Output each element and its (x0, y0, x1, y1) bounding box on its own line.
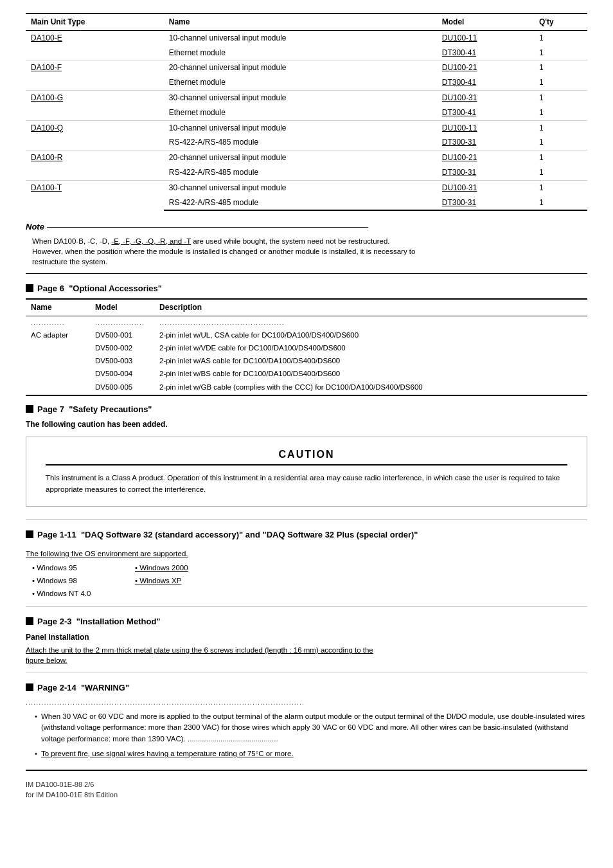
page6-section: Page 6 "Optional Accessories" Name Model… (26, 283, 587, 396)
main-unit-table: Main Unit Type Name Model Q'ty DA100-E10… (26, 13, 587, 211)
page6-header: Page 6 "Optional Accessories" (26, 283, 587, 294)
module-name-cell: RS-422-A/RS-485 module (164, 195, 437, 211)
model-cell: DT300-31 (437, 135, 534, 150)
warning-item: When 30 VAC or 60 VDC and more is applie… (35, 711, 587, 745)
section-square-icon-2 (26, 405, 33, 413)
col-header-model: Model (437, 14, 534, 30)
install-text: Attach the unit to the 2 mm-thick metal … (26, 645, 587, 665)
unit-type-cell: DA100-T (26, 180, 164, 210)
qty-cell: 1 (534, 90, 587, 105)
page7-title: Page 7 "Safety Precautions" (37, 404, 152, 415)
model-cell: DU100-11 (437, 120, 534, 135)
warning-item: To prevent fire, use signal wires having… (35, 748, 587, 759)
page111-sublabel: The following five OS environment are su… (26, 548, 587, 559)
acc-desc-cell: 2-pin inlet w/UL, CSA cable for DC100/DA… (154, 329, 587, 341)
col-header-main-unit-type: Main Unit Type (26, 14, 164, 30)
page111-sub: The following five OS environment are su… (26, 548, 587, 600)
warning-dots: ........................................… (26, 698, 587, 707)
acc-model-cell: DV500-001 (90, 329, 154, 341)
note-text: When DA100-B, -C, -D, -E, -F, -G, -Q, -R… (26, 236, 587, 267)
note-section: Note When DA100-B, -C, -D, -E, -F, -G, -… (26, 221, 587, 273)
acc-col-desc: Description (154, 299, 587, 316)
acc-desc-cell: 2-pin inlet w/GB cable (complies with th… (154, 381, 587, 395)
acc-model-cell: DV500-002 (90, 341, 154, 354)
module-name-cell: 10-channel universal input module (164, 120, 437, 135)
note-title: Note (26, 221, 587, 233)
acc-desc-cell: 2-pin inlet w/VDE cable for DC100/DA100/… (154, 341, 587, 354)
acc-dot-cell: ............. (26, 316, 90, 329)
model-cell: DU100-21 (437, 150, 534, 165)
acc-name-cell (26, 341, 90, 354)
model-cell: DU100-31 (437, 90, 534, 105)
module-name-cell: RS-422-A/RS-485 module (164, 135, 437, 150)
unit-type-cell: DA100-G (26, 90, 164, 120)
page214-title: Page 2-14 "WARNING" (37, 682, 129, 694)
qty-cell: 1 (534, 60, 587, 75)
section-square-icon (26, 284, 33, 292)
section-square-icon-5 (26, 683, 33, 691)
page23-header: Page 2-3 "Installation Method" (26, 616, 587, 628)
acc-model-cell: DV500-003 (90, 354, 154, 367)
unit-type-cell: DA100-Q (26, 120, 164, 150)
model-cell: DU100-21 (437, 60, 534, 75)
module-name-cell: RS-422-A/RS-485 module (164, 165, 437, 180)
section-square-icon-3 (26, 530, 33, 538)
section-square-icon-4 (26, 617, 33, 625)
qty-cell: 1 (534, 105, 587, 120)
unit-type-cell: DA100-R (26, 150, 164, 181)
qty-cell: 1 (534, 150, 587, 165)
module-name-cell: 10-channel universal input module (164, 30, 437, 45)
qty-cell: 1 (534, 75, 587, 90)
model-cell: DT300-41 (437, 105, 534, 120)
warning-list: When 30 VAC or 60 VDC and more is applie… (26, 711, 587, 759)
page111-header: Page 1-11 "DAQ Software 32 (standard acc… (26, 529, 587, 545)
os-list-item: • Windows 95 (32, 561, 135, 574)
module-name-cell: 30-channel universal input module (164, 180, 437, 195)
page7-header: Page 7 "Safety Precautions" (26, 404, 587, 415)
page214-header: Page 2-14 "WARNING" (26, 682, 587, 694)
acc-name-cell (26, 381, 90, 395)
unit-type-cell: DA100-E (26, 30, 164, 60)
unit-type-cell: DA100-F (26, 60, 164, 91)
module-name-cell: Ethernet module (164, 46, 437, 60)
page111-title: Page 1-11 "DAQ Software 32 (standard acc… (37, 529, 418, 541)
footer-line2: for IM DA100-01E 8th Edition (26, 790, 587, 800)
acc-name-cell (26, 354, 90, 367)
os-list-item: • Windows XP (135, 574, 238, 587)
module-name-cell: 20-channel universal input module (164, 150, 437, 165)
page23-title: Page 2-3 "Installation Method" (37, 616, 161, 628)
acc-dot-cell: ........................................… (154, 316, 587, 329)
acc-desc-cell: 2-pin inlet w/BS cable for DC100/DA100/D… (154, 367, 587, 380)
caution-box: CAUTION This instrument is a Class A pro… (26, 437, 587, 507)
module-name-cell: Ethernet module (164, 105, 437, 120)
qty-cell: 1 (534, 165, 587, 180)
os-list: • Windows 95• Windows 2000• Windows 98• … (32, 561, 587, 600)
note-line3: restructure the system. (32, 258, 107, 266)
page214-section: Page 2-14 "WARNING" ....................… (26, 682, 587, 772)
qty-cell: 1 (534, 195, 587, 211)
os-list-item: • Windows NT 4.0 (32, 587, 135, 600)
acc-model-cell: DV500-005 (90, 381, 154, 395)
acc-model-cell: DV500-004 (90, 367, 154, 380)
os-list-item: • Windows 98 (32, 574, 135, 587)
qty-cell: 1 (534, 180, 587, 195)
page23-section: Page 2-3 "Installation Method" Panel ins… (26, 616, 587, 673)
col-header-name: Name (164, 14, 437, 30)
qty-cell: 1 (534, 46, 587, 60)
module-name-cell: 20-channel universal input module (164, 60, 437, 75)
footer-line1: IM DA100-01E-88 2/6 (26, 780, 587, 790)
footer: IM DA100-01E-88 2/6 for IM DA100-01E 8th… (26, 780, 587, 800)
note-line1: When DA100-B, -C, -D, -E, -F, -G, -Q, -R… (32, 237, 390, 245)
model-cell: DT300-31 (437, 165, 534, 180)
acc-col-model: Model (90, 299, 154, 316)
acc-desc-cell: 2-pin inlet w/AS cable for DC100/DA100/D… (154, 354, 587, 367)
acc-col-name: Name (26, 299, 90, 316)
module-name-cell: 30-channel universal input module (164, 90, 437, 105)
caution-title-wrap: CAUTION (46, 448, 567, 466)
page7-subtitle: The following caution has been added. (26, 419, 587, 430)
caution-text: This instrument is a Class A product. Op… (46, 472, 567, 496)
model-cell: DU100-11 (437, 30, 534, 45)
model-cell: DT300-31 (437, 195, 534, 211)
acc-name-cell: AC adapter (26, 329, 90, 341)
acc-name-cell (26, 367, 90, 380)
